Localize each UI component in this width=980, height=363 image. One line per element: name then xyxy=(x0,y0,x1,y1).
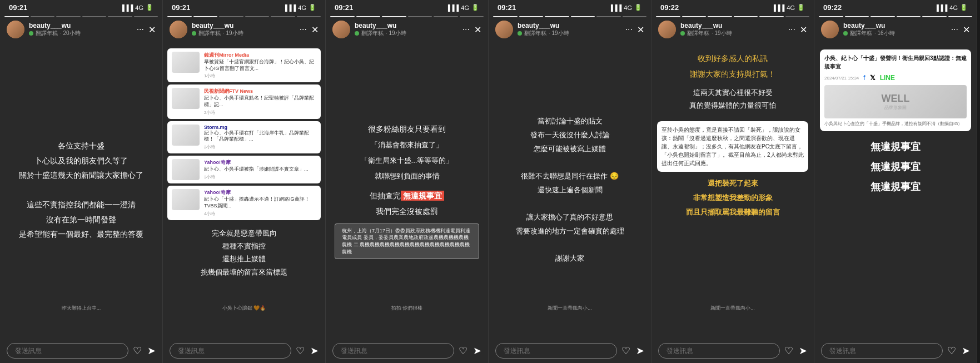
time-ago-3: · 19小時 xyxy=(386,29,406,37)
share-icon-6[interactable]: ➤ xyxy=(962,345,970,357)
share-icon-5[interactable]: ➤ xyxy=(799,345,807,357)
time-ago-6: · 16小時 xyxy=(874,29,895,37)
story-content-2: 鏡週刊Mirror Media 早被質疑「十盛官網跟打台海牌」！紀心小吳、紀卜心… xyxy=(163,42,325,339)
more-button-1[interactable]: ··· xyxy=(137,24,144,34)
story-content-5: 收到好多感人的私訊 謝謝大家的支持與打氣！ 這兩天其實心裡很不好受 真的覺得媒體… xyxy=(651,42,814,339)
more-button-3[interactable]: ··· xyxy=(462,24,470,34)
avatar-4 xyxy=(495,21,513,38)
story-meta-1: 翻譯年糕 · 20小時 xyxy=(29,29,137,37)
user-info-4: beauty___wu 翻譯年糕 · 19小時 xyxy=(518,22,625,37)
subtitle-2: 翻譯年糕 xyxy=(198,29,221,37)
news-img-4 xyxy=(172,159,200,180)
heart-icon-6[interactable]: ♡ xyxy=(947,345,956,357)
avatar-6 xyxy=(821,21,839,38)
news-item-4: Yahoo!奇摩 紀卜心、小吳手環被指「涉嫌間諜不實文章」... 3小時 xyxy=(167,156,321,183)
message-input-2[interactable] xyxy=(170,343,291,359)
share-x[interactable]: 𝕏 xyxy=(870,74,875,82)
story-header-3: beauty___wu 翻譯年糕 · 19小時 ··· ✕ xyxy=(326,17,488,42)
news-text-5: Yahoo!奇摩 紀卜心「十盛」挨轟遭示不適！訂網路IG商評！TVBS新聞...… xyxy=(204,189,316,216)
footer-icons-3: ♡ ➤ xyxy=(459,345,481,357)
network-label-5: 4G xyxy=(787,4,795,11)
active-dot-1 xyxy=(29,31,33,36)
close-button-4[interactable]: ✕ xyxy=(637,24,644,35)
news-item-5: Yahoo!奇摩 紀卜心「十盛」挨轟遭示不適！訂網路IG商評！TVBS新聞...… xyxy=(167,186,321,220)
news-text-2: 民視新聞網FTV News 紀卜心、小吳手環竟點名！紀聖翰被評「品牌業配標」記.… xyxy=(204,88,316,115)
status-time-4: 09:21 xyxy=(498,3,516,12)
subtitle-5: 翻譯年糕 xyxy=(687,29,709,37)
share-line[interactable]: LINE xyxy=(880,74,895,82)
avatar-5 xyxy=(658,21,676,38)
close-button-6[interactable]: ✕ xyxy=(963,24,970,35)
signal-icon-3: ▐▐▐ xyxy=(446,4,459,11)
story-footer-2: ♡ ➤ xyxy=(163,339,325,363)
status-bar-4: 09:21 ▐▐▐ 4G 🔋 xyxy=(489,0,651,14)
close-button-2[interactable]: ✕ xyxy=(311,24,319,35)
signal-icon-2: ▐▐▐ xyxy=(283,4,296,11)
message-input-3[interactable] xyxy=(332,343,454,359)
more-button-4[interactable]: ··· xyxy=(625,24,633,34)
heart-icon-1[interactable]: ♡ xyxy=(133,345,142,357)
header-actions-3[interactable]: ··· ✕ xyxy=(462,24,481,35)
header-actions-6[interactable]: ··· ✕ xyxy=(951,24,970,35)
active-dot-3 xyxy=(355,31,359,36)
avatar-2 xyxy=(170,21,187,38)
heart-icon-5[interactable]: ♡ xyxy=(784,345,793,357)
message-input-6[interactable] xyxy=(821,343,943,359)
battery-icon-2: 🔋 xyxy=(309,4,316,11)
share-fb[interactable]: f xyxy=(863,74,865,82)
more-button-6[interactable]: ··· xyxy=(951,24,958,34)
story-meta-6: 翻譯年糕 · 16小時 xyxy=(843,29,951,37)
status-bar-3: 09:21 ▐▐▐ 4G 🔋 xyxy=(326,0,488,14)
panel5-yellow: 收到好多感人的私訊 謝謝大家的支持與打氣！ xyxy=(690,51,775,82)
panel5-red-text: 還把裝死了起來 非常想塑造我差勁的形象 而且只擷取罵我最難聽的留言 xyxy=(686,176,780,220)
share-icon-4[interactable]: ➤ xyxy=(636,345,644,357)
subtitle-4: 翻譯年糕 xyxy=(524,29,546,37)
close-button-3[interactable]: ✕ xyxy=(474,24,481,35)
share-icon-3[interactable]: ➤ xyxy=(473,345,481,357)
active-dot-4 xyxy=(518,31,522,36)
panel4-text: 當初討論十盛的貼文 發布一天後沒什麼人討論 怎麼可能被被寫上媒體 很難不去聯想是… xyxy=(516,115,624,266)
time-ago-4: · 19小時 xyxy=(549,29,569,37)
user-info-6: beauty___wu 翻譯年糕 · 16小時 xyxy=(843,22,951,37)
header-actions-5[interactable]: ··· ✕ xyxy=(788,24,807,35)
header-actions-4[interactable]: ··· ✕ xyxy=(625,24,644,35)
panel2-bottom: 完全就是惡意帶風向 種種不實指控 還想推上媒體 挑幾個最壞的留言來當標題 xyxy=(201,227,287,279)
user-info-1: beauty___wu 翻譯年糕 · 20小時 xyxy=(29,22,137,37)
message-input-5[interactable] xyxy=(658,343,780,359)
battery-icon-3: 🔋 xyxy=(471,4,479,11)
status-icons-3: ▐▐▐ 4G 🔋 xyxy=(446,4,479,11)
comment-hint-3: 拍拍 你們很棒 xyxy=(326,305,488,312)
close-button-1[interactable]: ✕ xyxy=(148,24,156,35)
header-actions-1[interactable]: ··· ✕ xyxy=(137,24,156,35)
phone-story-5: 09:22 ▐▐▐ 4G 🔋 beauty___wu 翻譯年糕 · 19小時 xyxy=(651,0,814,363)
active-dot-6 xyxy=(843,31,848,36)
more-button-5[interactable]: ··· xyxy=(788,24,795,34)
news-source-3: Storm.mg xyxy=(204,125,316,130)
share-icon-2[interactable]: ➤ xyxy=(310,345,319,357)
message-input-1[interactable] xyxy=(7,343,128,359)
status-bar-5: 09:22 ▐▐▐ 4G 🔋 xyxy=(651,0,814,14)
article-headline: 小吳、紀卜心「十盛」發聲明！衛生局親回3點認證：無違規事宜 xyxy=(824,54,967,71)
active-dot-2 xyxy=(192,31,196,36)
heart-icon-3[interactable]: ♡ xyxy=(459,345,467,357)
heart-icon-2[interactable]: ♡ xyxy=(296,345,305,357)
time-ago-1: · 20小時 xyxy=(60,29,81,37)
story-footer-1: ♡ ➤ xyxy=(0,339,162,363)
header-actions-2[interactable]: ··· ✕ xyxy=(300,24,319,35)
heart-icon-4[interactable]: ♡ xyxy=(621,345,630,357)
message-input-4[interactable] xyxy=(495,343,617,359)
news-source-5: Yahoo!奇摩 xyxy=(204,189,316,196)
share-icon-1[interactable]: ➤ xyxy=(147,345,156,357)
close-button-5[interactable]: ✕ xyxy=(800,24,807,35)
username-6: beauty___wu xyxy=(843,22,951,29)
status-time-6: 09:22 xyxy=(823,3,842,12)
signal-icon-5: ▐▐▐ xyxy=(772,4,784,11)
more-button-2[interactable]: ··· xyxy=(300,24,307,34)
footer-icons-1: ♡ ➤ xyxy=(133,345,156,357)
story-header-2: beauty___wu 翻譯年糕 · 19小時 ··· ✕ xyxy=(163,17,325,42)
active-dot-5 xyxy=(680,31,685,36)
network-label-4: 4G xyxy=(624,4,632,11)
story-meta-4: 翻譯年糕 · 19小時 xyxy=(518,29,625,37)
news-source-4: Yahoo!奇摩 xyxy=(204,159,316,166)
story-header-4: beauty___wu 翻譯年糕 · 19小時 ··· ✕ xyxy=(489,17,651,42)
